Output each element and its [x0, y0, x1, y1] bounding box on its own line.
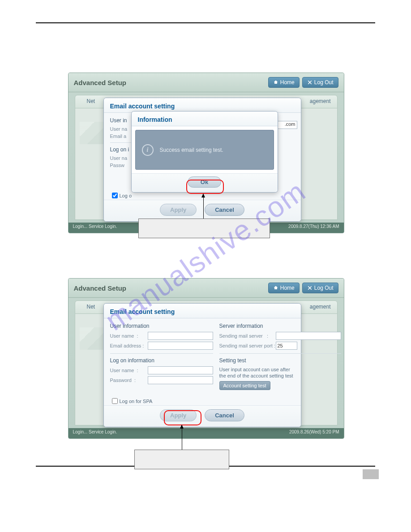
close-icon	[307, 285, 313, 291]
status-left: Login... Service Login.	[73, 429, 117, 438]
app-title: Advanced Setup	[74, 284, 265, 292]
cancel-button[interactable]: Cancel	[205, 204, 244, 216]
password-input[interactable]	[148, 376, 213, 384]
email-address-input[interactable]	[148, 342, 213, 350]
page-number-box	[363, 469, 379, 479]
sending-server-label: Sending mail server :	[219, 333, 276, 339]
spa-checkbox[interactable]	[112, 398, 118, 404]
spa-checkbox[interactable]	[112, 193, 118, 198]
app-title: Advanced Setup	[74, 79, 265, 86]
bg-logon: Log on i	[110, 146, 129, 153]
spa-label: Log on for SPA	[120, 399, 153, 404]
printer-illustration	[80, 327, 107, 350]
logon-info-heading: Log on information	[110, 357, 213, 364]
info-icon: i	[142, 144, 154, 156]
setting-test-heading: Setting test	[219, 357, 341, 364]
cancel-button[interactable]: Cancel	[205, 409, 244, 421]
title-bar: Advanced Setup Home Log Out	[68, 73, 344, 92]
tab-left[interactable]: Net	[87, 304, 95, 310]
status-bar: Login... Service Login. 2009.8.26(Wed) 5…	[68, 428, 344, 438]
status-right: 2009.8.27(Thu) 12:36 AM	[288, 224, 339, 233]
information-dialog: Information i Success email setting test…	[131, 111, 278, 193]
sending-server-input[interactable]	[276, 332, 341, 340]
setting-test-note: User input account can use after the end…	[219, 366, 341, 379]
app-window: Advanced Setup Home Log Out	[68, 278, 344, 439]
screenshot-1: Advanced Setup Home Log Out	[68, 73, 343, 233]
tab-right[interactable]: agement	[310, 98, 331, 104]
logout-button[interactable]: Log Out	[302, 77, 338, 88]
home-button[interactable]: Home	[268, 77, 300, 88]
logon-user-name-input[interactable]	[148, 366, 213, 374]
app-window: Advanced Setup Home Log Out	[68, 73, 344, 233]
password-label: Password :	[110, 378, 148, 383]
info-body: i Success email setting test.	[135, 130, 274, 170]
email-address-label: Email address :	[110, 343, 148, 348]
close-icon	[307, 80, 313, 85]
email-dialog-title: Email account setting	[104, 304, 301, 318]
tab-left[interactable]: Net	[87, 98, 95, 104]
spa-short: Log o	[120, 193, 132, 198]
info-dialog-title: Information	[132, 112, 278, 126]
account-setting-test-button[interactable]: Account setting test	[219, 381, 270, 390]
apply-button[interactable]: Apply	[160, 409, 197, 421]
logout-button[interactable]: Log Out	[302, 283, 338, 293]
callout-arrow-1	[203, 194, 204, 219]
screenshot-2: Advanced Setup Home Log Out	[68, 278, 343, 439]
user-name-input[interactable]	[148, 332, 213, 340]
page-top-rule	[36, 22, 375, 23]
sending-port-label: Sending mail server port :	[219, 343, 276, 348]
callout-arrow-2	[182, 425, 182, 450]
bg-com-input[interactable]: .com	[277, 121, 297, 129]
user-info-heading: User information	[110, 323, 213, 329]
spa-row: Log on for SPA	[104, 395, 301, 405]
status-right: 2009.8.26(Wed) 5:20 PM	[289, 429, 339, 438]
logout-label: Log Out	[314, 79, 334, 86]
info-message: Success email setting test.	[160, 147, 223, 153]
title-bar: Advanced Setup Home Log Out	[68, 279, 344, 298]
email-settings-dialog: Email account setting User information U…	[103, 303, 301, 427]
user-name-label: User name :	[110, 333, 148, 339]
printer-illustration	[80, 122, 107, 144]
callout-box-1	[138, 219, 270, 238]
server-info-heading: Server information	[219, 323, 341, 329]
logon-user-name-label: User name :	[110, 368, 148, 373]
ok-button[interactable]: Ok	[188, 176, 221, 188]
home-label: Home	[280, 285, 295, 291]
apply-button[interactable]: Apply	[160, 204, 197, 216]
callout-box-2	[134, 450, 229, 469]
userinfo-short: User in	[110, 117, 127, 124]
home-label: Home	[280, 79, 295, 86]
tab-right[interactable]: agement	[310, 304, 331, 310]
home-button[interactable]: Home	[268, 283, 300, 293]
home-icon	[273, 285, 278, 291]
sending-port-input[interactable]	[276, 342, 297, 350]
logout-label: Log Out	[314, 285, 334, 291]
status-left: Login... Service Login.	[73, 224, 117, 233]
home-icon	[273, 80, 278, 85]
